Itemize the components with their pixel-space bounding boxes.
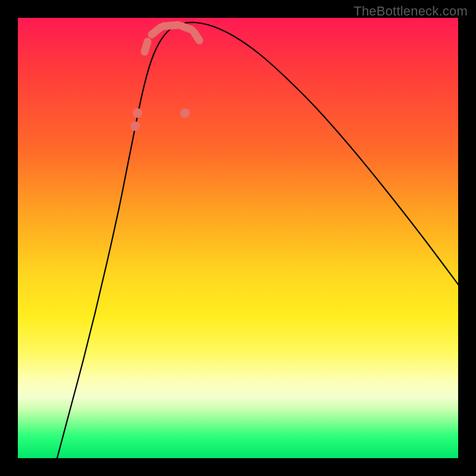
watermark-text: TheBottleneck.com [353,4,468,19]
highlight-segment [194,32,199,40]
highlight-segment [182,26,192,30]
highlight-point [133,108,142,118]
chart-frame: TheBottleneck.com [0,0,476,476]
highlight-segment [164,25,178,26]
highlight-segment [152,27,161,35]
highlight-point [180,108,190,118]
curve-layer [18,18,458,458]
highlight-point [130,121,140,131]
bottleneck-curve [57,23,458,458]
highlight-segment [145,42,148,52]
plot-area [18,18,458,458]
highlight-points [130,108,190,131]
highlight-segments [145,25,199,52]
